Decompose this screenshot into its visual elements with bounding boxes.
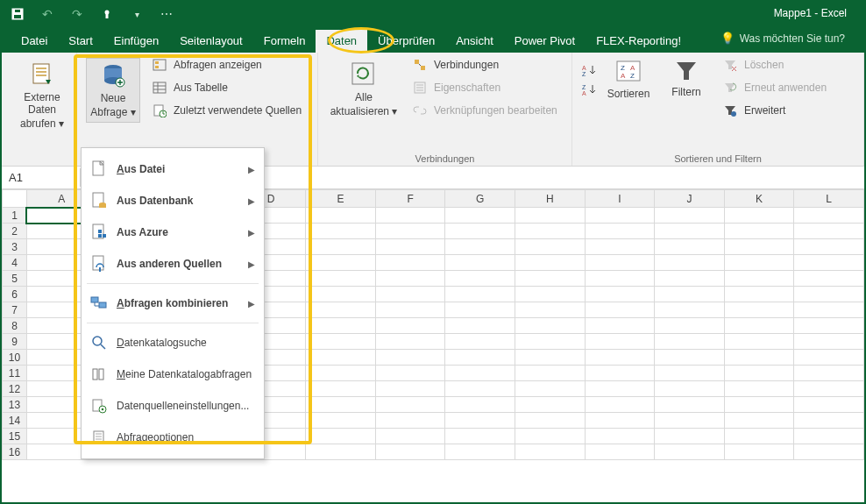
menu-aus-datenbank[interactable]: Aus Datenbank ▶ [82, 185, 264, 217]
tab-einfuegen[interactable]: Einfügen [103, 30, 169, 53]
qat-more-icon[interactable]: ⋯ [160, 7, 174, 21]
title-bar: ↶ ↷ ▾ ⋯ Mappe1 - Excel [2, 2, 864, 26]
svg-point-60 [102, 408, 104, 411]
tab-ansicht[interactable]: Ansicht [445, 30, 504, 53]
menu-katalogsuche-label: Datenkatalogsuche [117, 337, 207, 349]
tab-seitenlayout[interactable]: Seitenlayout [169, 30, 253, 53]
menu-aus-anderen[interactable]: Aus anderen Quellen ▶ [82, 248, 264, 280]
menu-meine-katalogabfragen[interactable]: Meine Datenkatalogabfragen [82, 358, 264, 390]
button-refresh-all[interactable]: Alle aktualisieren ▾ [327, 58, 401, 117]
name-box[interactable]: A1 [2, 168, 81, 187]
row-header[interactable]: 13 [3, 397, 27, 413]
azure-icon [90, 224, 108, 241]
button-connections[interactable]: Verbindungen [413, 58, 557, 72]
tab-start[interactable]: Start [58, 30, 103, 53]
button-filter[interactable]: Filtern [662, 58, 711, 98]
col-header[interactable]: H [515, 190, 586, 208]
menu-aus-azure[interactable]: Aus Azure ▶ [82, 217, 264, 248]
group-external-data: Externe Daten abrufen ▾ [2, 53, 77, 166]
svg-rect-56 [93, 369, 97, 380]
row-header[interactable]: 11 [3, 366, 27, 381]
menu-aus-datei[interactable]: Aus Datei ▶ [82, 153, 264, 185]
row-header[interactable]: 7 [3, 302, 27, 318]
tab-datei[interactable]: Datei [11, 30, 58, 53]
row-header[interactable]: 15 [3, 429, 27, 444]
row-header[interactable]: 16 [3, 444, 27, 460]
external-data-label1: Externe Daten [11, 91, 74, 116]
menu-aus-datenbank-label: Aus Datenbank [117, 195, 193, 207]
col-header[interactable]: I [585, 190, 655, 208]
button-from-table[interactable]: Aus Tabelle [153, 81, 302, 95]
tell-me-search[interactable]: 💡 Was möchten Sie tun? [720, 32, 845, 45]
sort-asc-icon[interactable]: AZ [581, 63, 595, 77]
button-advanced-filter[interactable]: Erweitert [723, 103, 827, 117]
tell-me-label: Was möchten Sie tun? [740, 32, 845, 45]
qat-customize-icon[interactable]: ▾ [130, 7, 144, 21]
tab-powerpivot[interactable]: Power Pivot [504, 30, 586, 53]
group-label-connections: Verbindungen [327, 152, 563, 164]
col-header[interactable]: J [655, 190, 725, 208]
group-sort-filter: AZ ZA ZAAZ Sortieren Filtern Löschen Ern… [572, 53, 864, 166]
tab-daten[interactable]: Daten [316, 30, 367, 53]
undo-icon[interactable]: ↶ [40, 7, 54, 21]
col-header[interactable]: E [306, 190, 376, 208]
svg-rect-8 [36, 75, 46, 76]
chevron-right-icon: ▶ [248, 299, 255, 309]
col-header[interactable]: G [445, 190, 515, 208]
row-header[interactable]: 4 [3, 255, 27, 271]
svg-rect-57 [99, 369, 103, 380]
row-header[interactable]: 6 [3, 287, 27, 302]
row-header[interactable]: 14 [3, 413, 27, 429]
button-sort[interactable]: ZAAZ Sortieren [604, 58, 653, 100]
col-header[interactable]: K [724, 190, 794, 208]
row-header[interactable]: 8 [3, 318, 27, 334]
row-header[interactable]: 5 [3, 271, 27, 287]
col-header[interactable]: F [375, 190, 445, 208]
tab-flex[interactable]: FLEX-Reporting! [586, 30, 692, 53]
clear-label: Löschen [744, 59, 784, 71]
svg-text:Z: Z [582, 84, 586, 90]
svg-rect-45 [99, 204, 106, 208]
svg-rect-51 [99, 267, 101, 272]
from-table-icon [153, 81, 167, 95]
filter-label: Filtern [671, 86, 700, 98]
row-header[interactable]: 12 [3, 381, 27, 397]
connections-icon [413, 58, 427, 72]
button-neue-abfrage[interactable]: Neue Abfrage ▾ [86, 58, 140, 123]
svg-point-41 [731, 111, 736, 117]
row-header[interactable]: 1 [3, 208, 27, 224]
tab-ueberpruefen[interactable]: Überprüfen [367, 30, 445, 53]
menu-datenquelleneinstellungen[interactable]: Datenquelleneinstellungen... [82, 390, 264, 422]
row-header[interactable]: 10 [3, 350, 27, 366]
sort-desc-icon[interactable]: ZA [581, 82, 595, 96]
button-recent-sources[interactable]: Zuletzt verwendete Quellen [153, 103, 302, 117]
quick-access-toolbar: ↶ ↷ ▾ ⋯ [2, 7, 174, 21]
neue-abfrage-menu: Aus Datei ▶ Aus Datenbank ▶ Aus Azure ▶ … [81, 147, 265, 459]
menu-kombinieren[interactable]: Abfragen kombinieren ▶ [82, 287, 264, 319]
save-icon[interactable] [11, 7, 25, 21]
row-header[interactable]: 3 [3, 239, 27, 255]
touch-mode-icon[interactable] [100, 7, 114, 21]
edit-links-label: Verknüpfungen bearbeiten [434, 104, 557, 117]
menu-aus-datei-label: Aus Datei [117, 163, 165, 175]
row-header[interactable]: 2 [3, 224, 27, 239]
svg-rect-22 [352, 63, 373, 84]
row-header[interactable]: 9 [3, 334, 27, 350]
svg-rect-24 [421, 66, 425, 70]
advanced-label: Erweitert [744, 104, 785, 117]
button-show-queries[interactable]: Abfragen anzeigen [153, 58, 302, 72]
button-external-data[interactable]: Externe Daten abrufen ▾ [11, 58, 74, 130]
chevron-right-icon: ▶ [248, 259, 255, 269]
menu-katalogsuche[interactable]: Datenkatalogsuche [82, 327, 264, 358]
select-all-cell[interactable] [3, 190, 27, 208]
col-header[interactable]: L [794, 190, 864, 208]
neue-abfrage-label2: Abfrage ▾ [90, 106, 135, 118]
tab-formeln[interactable]: Formeln [253, 30, 316, 53]
group-connections: Alle aktualisieren ▾ Verbindungen Eigens… [318, 53, 572, 166]
menu-abfrageoptionen[interactable]: Abfrageoptionen [82, 422, 264, 453]
svg-point-54 [93, 337, 102, 345]
chevron-right-icon: ▶ [248, 228, 255, 238]
redo-icon[interactable]: ↷ [70, 7, 84, 21]
recent-sources-icon [153, 103, 167, 117]
svg-rect-52 [91, 297, 98, 302]
